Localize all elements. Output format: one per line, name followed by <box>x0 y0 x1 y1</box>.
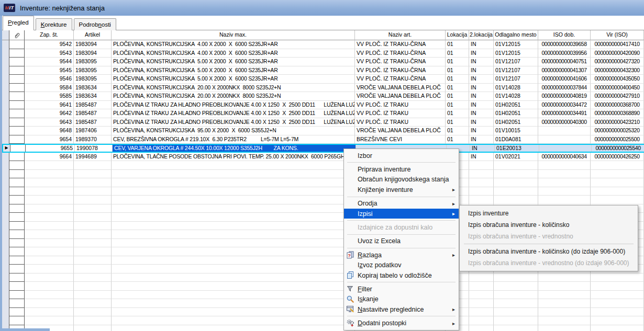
menu-item-izbor[interactable]: Izbor <box>344 151 459 161</box>
menu-item-izpisi[interactable]: Izpisi▸ <box>344 209 459 219</box>
menu-item-orodja[interactable]: Orodja▸ <box>344 199 459 209</box>
column-header-naziv-art[interactable]: Naziv art. <box>355 30 446 40</box>
menu-item-dodatni-postopki[interactable]: Dodatni postopki▸ <box>344 318 459 328</box>
menu-item-iskanje[interactable]: Iskanje <box>344 294 459 304</box>
cell-artikel <box>74 170 112 179</box>
cell-artikel: 1983634 <box>74 84 112 93</box>
column-header-iso-dob[interactable]: ISO dob. <box>538 30 591 40</box>
row-marker <box>2 299 9 308</box>
menu-item-label: Izbor <box>358 152 372 159</box>
attachment-column-header[interactable] <box>9 30 25 40</box>
data-grid: Zap. št.ArtikelNaziv max.Naziv art.Lokac… <box>2 30 644 331</box>
attachment-cell <box>9 49 25 58</box>
menu-item-label: Izvoz podatkov <box>358 261 401 269</box>
cell-naziv <box>112 299 355 308</box>
table-row-empty <box>2 299 644 308</box>
table-row-empty <box>2 282 644 291</box>
cell-artikel <box>74 187 112 196</box>
column-header-odlagalno-mesto[interactable]: Odlagalno mesto <box>494 30 538 40</box>
menu-item-obra-un-knjigovodskega-stanja[interactable]: Obračun knjigovodskega stanja <box>344 175 459 185</box>
cell-artikel <box>74 239 112 248</box>
table-row[interactable]: 95461983095PLOČEVINA, KONSTRUKCIJSKA 5.0… <box>2 75 644 84</box>
tab-korekture[interactable]: Korekture <box>36 18 72 30</box>
cell-naziv_art: VROČE VALJANA DEBELA PLOČ <box>355 127 446 135</box>
table-row-selected[interactable]: ▶96551990078CEV, VARJENA OKROGLA # 244.5… <box>2 144 644 153</box>
tab-pregled[interactable]: Pregled <box>3 16 34 30</box>
cell-naziv <box>112 196 355 204</box>
menu-item-kopiraj-tabelo-v-odlo-i-e[interactable]: Kopiraj tabelo v odložišče <box>344 270 459 280</box>
row-marker <box>2 92 9 101</box>
svg-text:?: ? <box>348 253 351 258</box>
table-row[interactable]: 95441983095PLOČEVINA, KONSTRUKCIJSKA 5.0… <box>2 58 644 66</box>
table-row[interactable]: 96541989370CEV, BREZŠIVNA OKROGLA # 219.… <box>2 135 644 144</box>
cell-iso_dob: 0000000000040634 <box>538 153 591 162</box>
cell-lokacija2: IN <box>469 40 494 49</box>
column-header-vir-iso[interactable]: Vir (ISO) <box>591 30 644 40</box>
submenu-item-izpis-obra-una-inventure-koli-insko-do-izdaje-906-000[interactable]: Izpis obračuna inventure - količinsko (d… <box>460 246 638 257</box>
table-row[interactable]: 95431983094PLOČEVINA, KONSTRUKCIJSKA 4.0… <box>2 49 644 58</box>
menu-item-uvoz-iz-excela[interactable]: Uvoz iz Excela <box>344 236 459 246</box>
table-row[interactable]: 96421985487PLOČEVINA IZ TRAKU ZA HLADNO … <box>2 109 644 118</box>
column-header-2-lokacija[interactable]: 2.lokacija <box>469 30 494 40</box>
cell-vir: 0000000000432300 <box>591 66 644 75</box>
table-row[interactable]: 95421983094PLOČEVINA, KONSTRUKCIJSKA 4.0… <box>2 40 644 49</box>
attachment-cell <box>9 204 25 213</box>
cell-naziv <box>112 213 355 222</box>
cell-naziv: PLOČEVINA IZ TRAKU ZA HLADNO PREOBLIKOVA… <box>112 101 355 110</box>
menu-item-icon-empty <box>346 223 355 232</box>
attachment-cell <box>9 153 25 162</box>
cell-zap: 9664 <box>25 153 74 162</box>
menu-item-izvoz-podatkov[interactable]: Izvoz podatkov <box>344 260 459 270</box>
table-row[interactable]: 96641994689PLOČEVINA, TLAČNE POSODE OBST… <box>2 153 644 162</box>
menu-item-priprava-inventure[interactable]: Priprava inventure <box>344 164 459 174</box>
submenu-item-izpis-inventure[interactable]: Izpis inventure <box>460 208 638 219</box>
menu-item-filter[interactable]: Filter <box>344 284 459 294</box>
cell-odlagalno: 01H02051 <box>494 118 538 127</box>
cell-odlagalno: 01V12015 <box>494 49 538 58</box>
menu-item-nastavitve-preglednice[interactable]: Nastavitve preglednice▸ <box>344 304 459 314</box>
attachment-cell <box>9 84 25 93</box>
cell-lokacija: 01 <box>446 118 469 127</box>
row-marker <box>2 308 9 317</box>
table-row[interactable]: 96431985487PLOČEVINA IZ TRAKU ZA HLADNO … <box>2 118 644 127</box>
cell-lokacija: 01 <box>446 58 469 66</box>
table-row[interactable]: 96481987406PLOČEVINA, KONSTRUKCIJSKA 95.… <box>2 127 644 135</box>
cell-lokacija2: IN <box>469 101 494 110</box>
cell-vir: 0000000000025500 <box>591 135 644 144</box>
menu-item-label: Obračun knjigovodskega stanja <box>358 176 449 183</box>
table-row[interactable]: 95451983095PLOČEVINA, KONSTRUKCIJSKA 5.0… <box>2 66 644 75</box>
cell-iso_dob <box>538 299 591 308</box>
column-header-naziv-max[interactable]: Naziv max. <box>112 30 355 40</box>
column-header-zap-t[interactable]: Zap. št. <box>25 30 74 40</box>
table-row[interactable]: 96411985487PLOČEVINA IZ TRAKU ZA HLADNO … <box>2 101 644 110</box>
attachment-cell <box>9 127 25 135</box>
cell-artikel <box>74 282 112 291</box>
title-bar[interactable]: MIT Inventure: neknjižena stanja <box>0 0 644 16</box>
menu-item-label: Filter <box>358 286 372 293</box>
menu-item-knji-enje-inventure[interactable]: Knjiženje inventure▸ <box>344 185 459 195</box>
tab-podrobnosti[interactable]: Podrobnosti <box>74 18 116 30</box>
cell-odlagalno: 01E20013 <box>495 145 539 152</box>
cell-naziv <box>112 282 355 291</box>
cell-naziv: PLOČEVINA IZ TRAKU ZA HLADNO PREOBLIKOVA… <box>112 118 355 127</box>
table-row-empty <box>2 178 644 187</box>
menu-item-razlaga[interactable]: ?Razlaga▸ <box>344 250 459 260</box>
menu-item-label: Priprava inventure <box>358 166 410 173</box>
cell-artikel <box>74 213 112 222</box>
cell-iso_dob <box>538 316 591 325</box>
attachment-cell <box>9 222 25 231</box>
attachment-cell <box>10 145 26 152</box>
submenu-arrow-icon: ▸ <box>452 321 455 326</box>
column-header-lokacija[interactable]: Lokacija <box>446 30 469 40</box>
row-marker <box>2 58 9 66</box>
menu-item-icon-empty <box>346 175 355 184</box>
cell-zap <box>25 230 74 239</box>
table-row[interactable]: 95851983634PLOČEVINA, KONSTRUKCIJSKA 20.… <box>2 92 644 101</box>
attachment-cell <box>9 109 25 118</box>
cell-zap: 9648 <box>25 127 74 135</box>
cell-zap <box>25 273 74 282</box>
submenu-item-izpis-obra-una-inventure-koli-insko[interactable]: Izpis obračuna inventure - količinsko <box>460 219 638 231</box>
column-header-artikel[interactable]: Artikel <box>74 30 112 40</box>
table-row[interactable]: 95841983634PLOČEVINA, KONSTRUKCIJSKA 20.… <box>2 84 644 93</box>
cell-odlagalno: 01H02051 <box>494 109 538 118</box>
